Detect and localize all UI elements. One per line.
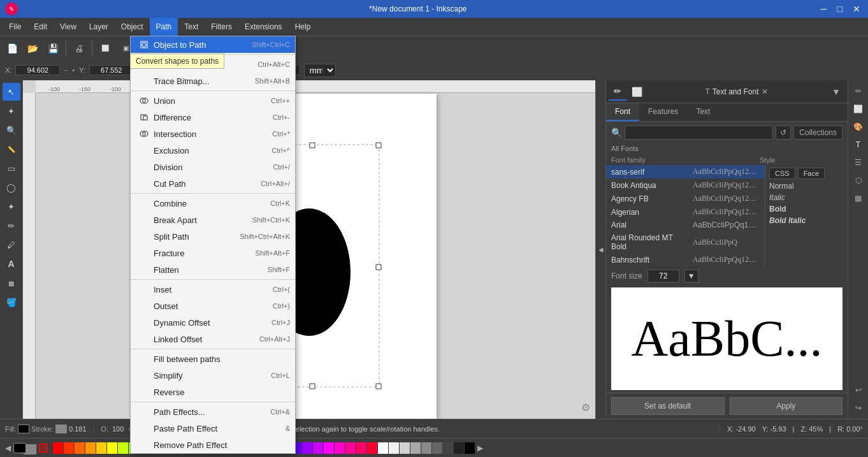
menu-item-split-path[interactable]: Split Path Shift+Ctrl+Alt+K	[131, 228, 295, 245]
menu-item-remove-path-effect[interactable]: Remove Path Effect	[131, 437, 295, 453]
palette-color[interactable]	[454, 442, 464, 454]
font-list-item-5[interactable]: Arial Rounded MT Bold AaBbCcIiPpQ	[606, 231, 765, 253]
color-bar-arrow-right[interactable]: ▶	[477, 444, 483, 453]
fill-color-swatch[interactable]	[18, 424, 29, 433]
menu-item-outset[interactable]: Outset Ctrl+)	[131, 298, 295, 314]
menu-item-cut-path[interactable]: Cut Path Ctrl+Alt+/	[131, 175, 295, 192]
font-list-item-0[interactable]: sans-serif AaBbCcIiPpQq12369$€c?	[606, 165, 765, 178]
menu-item-path-effects[interactable]: Path Effects... Ctrl+&	[131, 403, 295, 420]
tab-font[interactable]: Font	[606, 103, 639, 121]
style-bold-italic[interactable]: Bold Italic	[767, 215, 846, 226]
menu-item-simplify[interactable]: Simplify Ctrl+L	[131, 367, 295, 384]
style-italic[interactable]: Italic	[767, 192, 846, 203]
menu-filters[interactable]: Filters	[205, 18, 238, 36]
new-button[interactable]: 📄	[3, 39, 22, 58]
layers-icon[interactable]: ☰	[850, 154, 867, 171]
ellipse-tool[interactable]: ◯	[3, 178, 20, 196]
text-font-icon-btn[interactable]: T	[850, 136, 867, 153]
save-button[interactable]: 💾	[43, 39, 62, 58]
menu-item-division[interactable]: Division Ctrl+/	[131, 159, 295, 175]
print-button[interactable]: 🖨	[69, 39, 89, 58]
menu-extensions[interactable]: Extensions	[238, 18, 289, 36]
menu-item-break-apart[interactable]: Break Apart Shift+Ctrl+K	[131, 212, 295, 228]
menu-item-linked-offset[interactable]: Linked Offset Ctrl+Alt+J	[131, 331, 295, 347]
font-size-dropdown[interactable]: ▼	[684, 270, 698, 282]
star-tool[interactable]: ✦	[3, 198, 20, 215]
font-list-item-3[interactable]: Algerian AaBbCcIiPpQq12369$€c?;	[606, 205, 765, 219]
object-props-icon[interactable]: ⬜	[850, 101, 867, 117]
swatches-icon[interactable]: ▦	[850, 190, 867, 207]
x-plus-btn[interactable]: +	[71, 67, 75, 74]
palette-color[interactable]	[85, 442, 96, 454]
menu-object[interactable]: Object	[115, 18, 150, 36]
menu-item-object-to-path[interactable]: Object to Path Shift+Ctrl+C	[131, 36, 295, 53]
palette-color[interactable]	[75, 442, 85, 454]
font-list-item-1[interactable]: Book Antiqua AaBbCcIiPpQq12369	[606, 178, 765, 192]
rect-tool[interactable]: ▭	[3, 159, 20, 177]
font-list-item-4[interactable]: Arial AaBbCcIiPpQq12369$€?:.()	[606, 219, 765, 231]
menu-item-reverse[interactable]: Reverse	[131, 384, 295, 400]
xml-editor-icon[interactable]: ✏	[850, 83, 867, 99]
zoom-fit-page-button[interactable]: ⬜	[96, 39, 115, 58]
palette-color[interactable]	[432, 442, 442, 454]
css-button[interactable]: CSS	[769, 168, 795, 179]
apply-button[interactable]: Apply	[730, 397, 843, 415]
select-tool[interactable]: ↖	[3, 83, 20, 101]
panel-toggle-btn[interactable]: ◀	[595, 80, 605, 419]
palette-color[interactable]	[367, 442, 377, 454]
pencil-tool[interactable]: ✏	[3, 217, 20, 235]
no-fill-indicator[interactable]: ✕	[39, 444, 48, 453]
menu-item-trace-bitmap[interactable]: Trace Bitmap... Shift+Alt+B	[131, 73, 295, 89]
font-list-item-2[interactable]: Agency FB AaBbCcIiPpQq12369$€c	[606, 192, 765, 205]
menu-item-inset[interactable]: Inset Ctrl+(	[131, 281, 295, 298]
set-default-button[interactable]: Set as default	[611, 397, 725, 415]
panel-tab-object[interactable]: ⬜	[628, 83, 646, 101]
unit-select[interactable]: mm px pt	[304, 64, 336, 77]
fill-stroke-icon[interactable]: 🎨	[850, 119, 867, 135]
panel-collapse-btn[interactable]: ▼	[827, 83, 845, 101]
redo-icon-btn[interactable]: ↪	[850, 400, 867, 416]
palette-color[interactable]	[421, 442, 431, 454]
symbols-icon[interactable]: ⬡	[850, 172, 867, 189]
style-bold[interactable]: Bold	[767, 203, 846, 215]
menu-item-dynamic-offset[interactable]: Dynamic Offset Ctrl+J	[131, 314, 295, 331]
menu-view[interactable]: View	[54, 18, 83, 36]
menu-item-fill-between[interactable]: Fill between paths	[131, 351, 295, 367]
open-button[interactable]: 📂	[23, 39, 42, 58]
fill-indicator[interactable]	[13, 443, 26, 453]
tab-features[interactable]: Features	[639, 103, 687, 121]
panel-tab-xml[interactable]: ✏	[609, 83, 626, 101]
menu-item-difference[interactable]: Difference Ctrl+-	[131, 109, 295, 126]
x-minus-btn[interactable]: −	[64, 67, 68, 74]
pen-tool[interactable]: 🖊	[3, 236, 20, 254]
palette-color[interactable]	[389, 442, 399, 454]
menu-file[interactable]: File	[3, 18, 27, 36]
palette-color[interactable]	[378, 442, 388, 454]
menu-item-exclusion[interactable]: Exclusion Ctrl+^	[131, 142, 295, 159]
menu-item-union[interactable]: Union Ctrl++	[131, 92, 295, 109]
face-button[interactable]: Face	[798, 168, 825, 179]
palette-color[interactable]	[443, 442, 453, 454]
tab-text[interactable]: Text	[687, 103, 719, 121]
text-tool[interactable]: A	[3, 255, 20, 273]
menu-path[interactable]: Path	[150, 18, 178, 36]
menu-item-flatten[interactable]: Flatten Shift+F	[131, 261, 295, 278]
close-button[interactable]: ✕	[850, 4, 863, 14]
menu-edit[interactable]: Edit	[27, 18, 54, 36]
palette-color[interactable]	[313, 442, 323, 454]
menu-item-fracture[interactable]: Fracture Shift+Alt+F	[131, 245, 295, 261]
color-bar-arrow-left[interactable]: ◀	[5, 444, 11, 453]
palette-color[interactable]	[96, 442, 106, 454]
text-font-close-icon[interactable]: ✕	[762, 87, 768, 96]
palette-color[interactable]	[324, 442, 334, 454]
palette-color[interactable]	[64, 442, 74, 454]
menu-item-combine[interactable]: Combine Ctrl+K	[131, 195, 295, 212]
menu-help[interactable]: Help	[289, 18, 317, 36]
style-normal[interactable]: Normal	[767, 180, 846, 192]
palette-color[interactable]	[118, 442, 128, 454]
fill-tool[interactable]: 🪣	[3, 293, 20, 311]
palette-color[interactable]	[53, 442, 63, 454]
menu-item-paste-path-effect[interactable]: Paste Path Effect &	[131, 420, 295, 437]
palette-color[interactable]	[107, 442, 117, 454]
palette-color[interactable]	[410, 442, 421, 454]
